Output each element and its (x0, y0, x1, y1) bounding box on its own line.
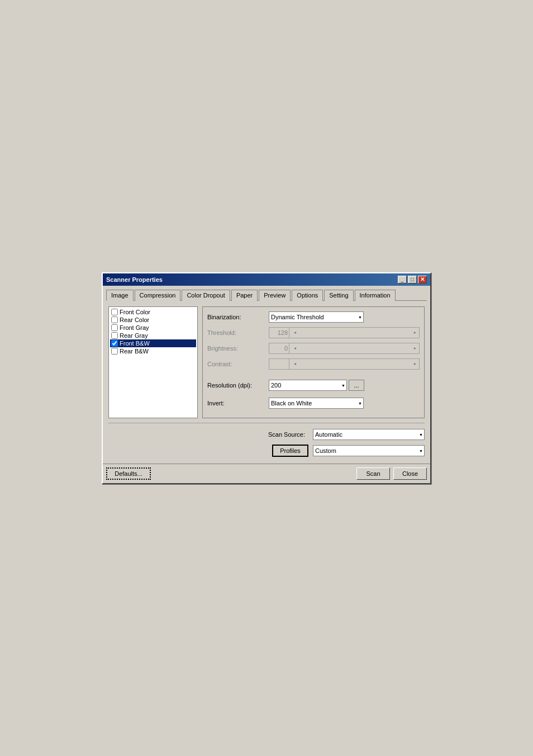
image-type-list: Front Color Rear Color Front Gray Rear G… (108, 306, 198, 418)
tab-options[interactable]: Options (292, 290, 323, 301)
tab-compression[interactable]: Compression (135, 290, 181, 301)
scan-source-label: Scan Source: (268, 431, 305, 438)
footer-buttons: Scan Close (356, 467, 427, 480)
profiles-row: Profiles Custom Default (108, 445, 425, 457)
scan-button[interactable]: Scan (356, 467, 390, 480)
scan-source-select-wrapper: Automatic Front Side Rear Side Both Side… (313, 429, 425, 440)
window-title: Scanner Properties (106, 276, 163, 283)
close-icon: ✕ (420, 276, 425, 282)
list-item-front-bw[interactable]: Front B&W (110, 339, 196, 347)
brightness-input[interactable] (269, 343, 289, 353)
checkbox-front-bw[interactable] (111, 340, 118, 347)
tab-information[interactable]: Information (355, 290, 396, 301)
brightness-label: Brightness: (207, 345, 269, 352)
checkbox-rear-color[interactable] (111, 316, 118, 323)
tab-paper[interactable]: Paper (231, 290, 258, 301)
contrast-row: Contrast: ◄ ► (207, 358, 420, 370)
resolution-label: Resolution (dpi): (207, 382, 269, 389)
contrast-input[interactable] (269, 359, 289, 369)
resolution-row: Resolution (dpi): 75 100 150 200 300 400… (207, 380, 420, 391)
checkbox-front-color[interactable] (111, 309, 118, 315)
settings-panel: Binarization: Dynamic Threshold Fixed Pr… (202, 306, 425, 418)
brightness-control: ◄ ► (269, 343, 420, 354)
tab-image[interactable]: Image (106, 290, 134, 301)
tab-setting[interactable]: Setting (324, 290, 353, 301)
threshold-input[interactable] (269, 328, 289, 338)
contrast-right-arrow[interactable]: ► (411, 359, 419, 369)
threshold-right-arrow[interactable]: ► (411, 328, 419, 338)
contrast-control: ◄ ► (269, 358, 420, 370)
resolution-dots-button[interactable]: ... (349, 380, 364, 391)
invert-select-wrapper: Black on White White on Black (269, 398, 364, 409)
invert-control: Black on White White on Black (269, 398, 420, 409)
tab-color-dropout[interactable]: Color Dropout (182, 290, 230, 301)
list-item-front-color[interactable]: Front Color (110, 308, 196, 316)
binarization-row: Binarization: Dynamic Threshold Fixed Pr… (207, 311, 420, 323)
threshold-control: ◄ ► (269, 327, 420, 338)
binarization-select[interactable]: Dynamic Threshold Fixed Processing Halft… (269, 311, 364, 323)
contrast-label: Contrast: (207, 361, 269, 367)
profiles-select[interactable]: Custom Default (313, 445, 425, 456)
tab-preview[interactable]: Preview (259, 290, 291, 301)
list-item-front-gray[interactable]: Front Gray (110, 324, 196, 332)
scanner-properties-window: Scanner Properties _ □ ✕ Image Compressi… (102, 272, 431, 484)
scan-source-row: Scan Source: Automatic Front Side Rear S… (108, 429, 425, 440)
resolution-control: 75 100 150 200 300 400 600 ... (269, 380, 420, 391)
invert-select[interactable]: Black on White White on Black (269, 398, 364, 409)
threshold-row: Threshold: ◄ ► (207, 327, 420, 338)
resolution-select[interactable]: 75 100 150 200 300 400 600 (269, 380, 347, 391)
threshold-label: Threshold: (207, 329, 269, 336)
brightness-right-arrow[interactable]: ► (411, 343, 419, 353)
close-button[interactable]: Close (393, 467, 427, 480)
scan-source-select[interactable]: Automatic Front Side Rear Side Both Side… (313, 429, 425, 440)
brightness-row: Brightness: ◄ ► (207, 343, 420, 354)
minimize-button[interactable]: _ (398, 276, 407, 284)
invert-label: Invert: (207, 400, 269, 407)
binarization-label: Binarization: (207, 314, 269, 320)
defaults-button[interactable]: Defaults... (106, 467, 151, 480)
maximize-button[interactable]: □ (408, 276, 417, 284)
profiles-select-wrapper: Custom Default (313, 445, 425, 456)
window-footer: Defaults... Scan Close (103, 464, 430, 483)
binarization-control: Dynamic Threshold Fixed Processing Halft… (269, 311, 420, 323)
profiles-button[interactable]: Profiles (272, 445, 308, 457)
list-item-rear-bw[interactable]: Rear B&W (110, 347, 196, 355)
resolution-select-wrapper: 75 100 150 200 300 400 600 (269, 380, 347, 391)
threshold-left-arrow[interactable]: ◄ (291, 328, 299, 338)
bottom-section: Scan Source: Automatic Front Side Rear S… (106, 426, 427, 460)
main-content: Front Color Rear Color Front Gray Rear G… (106, 304, 427, 420)
checkbox-front-gray[interactable] (111, 324, 118, 331)
maximize-icon: □ (411, 277, 413, 282)
invert-row: Invert: Black on White White on Black (207, 398, 420, 409)
tab-bar: Image Compression Color Dropout Paper Pr… (106, 289, 427, 301)
close-window-button[interactable]: ✕ (418, 276, 427, 284)
checkbox-rear-bw[interactable] (111, 348, 118, 355)
contrast-left-arrow[interactable]: ◄ (291, 359, 299, 369)
window-body: Image Compression Color Dropout Paper Pr… (103, 286, 430, 464)
list-item-rear-gray[interactable]: Rear Gray (110, 332, 196, 339)
brightness-left-arrow[interactable]: ◄ (291, 343, 299, 353)
title-bar: Scanner Properties _ □ ✕ (103, 273, 430, 286)
title-bar-controls: _ □ ✕ (398, 276, 427, 284)
checkbox-rear-gray[interactable] (111, 332, 118, 339)
list-item-rear-color[interactable]: Rear Color (110, 316, 196, 324)
minimize-icon: _ (401, 277, 403, 282)
binarization-select-wrapper: Dynamic Threshold Fixed Processing Halft… (269, 311, 364, 323)
